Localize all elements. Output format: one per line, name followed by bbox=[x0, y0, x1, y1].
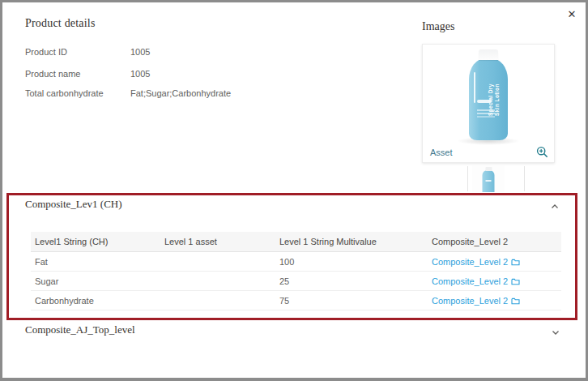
col-header-level1-string: Level1 String (CH) bbox=[31, 237, 164, 246]
chevron-up-icon[interactable] bbox=[550, 200, 560, 210]
composite-level2-link[interactable]: Composite_Level 2 bbox=[432, 296, 520, 306]
chevron-down-icon[interactable] bbox=[551, 326, 560, 336]
folder-icon bbox=[511, 297, 520, 306]
col-header-composite-level2: Composite_Level 2 bbox=[432, 237, 561, 246]
field-label-product-name: Product name bbox=[25, 69, 80, 79]
field-label-total-carbonhydrate: Total carbonhydrate bbox=[25, 88, 104, 98]
page-title: Product details bbox=[25, 17, 96, 30]
table-row[interactable]: Carbonhydrate 75 Composite_Level 2 bbox=[31, 291, 561, 310]
asset-link[interactable]: Asset bbox=[430, 148, 453, 157]
field-value-product-id: 1005 bbox=[130, 47, 150, 57]
product-image: Special Dry Skin Lotion bbox=[423, 49, 554, 145]
field-value-total-carbonhydrate: Fat;Sugar;Carbonhydrate bbox=[130, 88, 231, 98]
image-thumbnail[interactable] bbox=[472, 165, 505, 192]
bottle-label-text: Special Dry Skin Lotion bbox=[488, 59, 501, 116]
product-image-card: Special Dry Skin Lotion Asset bbox=[422, 44, 555, 163]
field-value-product-name: 1005 bbox=[130, 69, 150, 79]
bottle-logo bbox=[477, 100, 492, 103]
field-label-product-id: Product ID bbox=[25, 47, 67, 57]
col-header-multivalue: Level 1 String Multivalue bbox=[279, 237, 432, 246]
table-row[interactable]: Fat 100 Composite_Level 2 bbox=[31, 252, 561, 272]
composite-level2-link[interactable]: Composite_Level 2 bbox=[432, 257, 520, 267]
thumbnail-rail-right bbox=[524, 166, 525, 191]
composite-lev1-table: Level1 String (CH) Level 1 asset Level 1… bbox=[31, 232, 561, 310]
col-header-level1-asset: Level 1 asset bbox=[164, 237, 279, 246]
thumbnail-rail-left bbox=[467, 166, 468, 191]
composite-level2-link[interactable]: Composite_Level 2 bbox=[432, 276, 520, 286]
lotion-bottle-image: Special Dry Skin Lotion bbox=[469, 49, 508, 140]
close-icon[interactable]: ✕ bbox=[565, 7, 579, 22]
section-title-composite-aj: Composite_AJ_Top_level bbox=[25, 323, 135, 336]
image-thumbnail-strip bbox=[456, 165, 529, 192]
zoom-in-icon[interactable] bbox=[536, 146, 548, 158]
folder-icon bbox=[511, 277, 520, 287]
images-section-title: Images bbox=[422, 20, 454, 33]
table-row[interactable]: Sugar 25 Composite_Level 2 bbox=[31, 272, 561, 291]
product-details-dialog: ✕ Product details Product ID 1005 Produc… bbox=[0, 0, 588, 381]
folder-icon bbox=[511, 258, 520, 268]
table-header-row: Level1 String (CH) Level 1 asset Level 1… bbox=[31, 232, 561, 252]
section-title-composite-lev1: Composite_Lev1 (CH) bbox=[25, 198, 122, 211]
